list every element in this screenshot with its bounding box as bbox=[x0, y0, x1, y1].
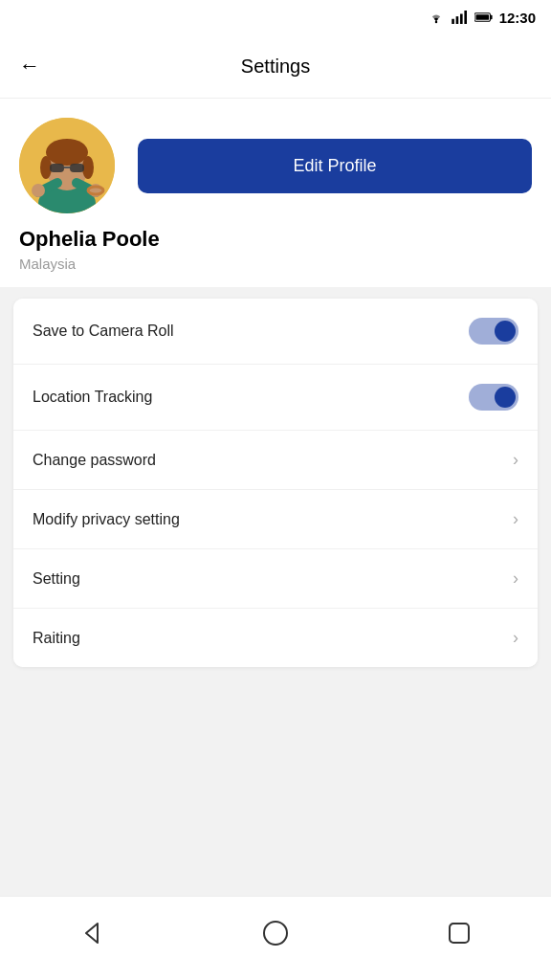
back-button[interactable]: ← bbox=[19, 50, 48, 82]
nav-home-icon bbox=[262, 920, 289, 947]
setting-row-save-camera-roll[interactable]: Save to Camera Roll bbox=[13, 299, 538, 365]
svg-rect-4 bbox=[464, 11, 467, 24]
arrow-icon-modify-privacy: › bbox=[513, 509, 518, 529]
svg-marker-23 bbox=[86, 924, 98, 943]
setting-label-raiting: Raiting bbox=[33, 630, 513, 647]
setting-label-location-tracking: Location Tracking bbox=[33, 389, 469, 406]
nav-recent-button[interactable] bbox=[427, 912, 492, 957]
setting-row-change-password[interactable]: Change password › bbox=[13, 431, 538, 490]
avatar bbox=[19, 118, 115, 213]
svg-rect-16 bbox=[70, 164, 84, 172]
svg-rect-15 bbox=[50, 164, 64, 172]
avatar-image bbox=[19, 118, 115, 213]
svg-rect-3 bbox=[460, 14, 463, 25]
status-time: 12:30 bbox=[499, 10, 536, 26]
bottom-nav bbox=[0, 896, 551, 980]
svg-point-24 bbox=[264, 922, 287, 945]
svg-rect-6 bbox=[490, 15, 492, 19]
toggle-slider-location-tracking bbox=[469, 384, 518, 411]
toggle-save-camera-roll[interactable] bbox=[469, 318, 518, 345]
svg-rect-2 bbox=[455, 16, 458, 24]
profile-section: Edit Profile Ophelia Poole Malaysia bbox=[0, 99, 551, 287]
settings-card: Save to Camera Roll Location Tracking Ch… bbox=[13, 299, 538, 667]
setting-row-raiting[interactable]: Raiting › bbox=[13, 609, 538, 667]
nav-back-button[interactable] bbox=[59, 912, 124, 957]
status-icons bbox=[427, 11, 494, 24]
svg-point-20 bbox=[32, 184, 45, 197]
status-bar: 12:30 bbox=[0, 0, 551, 34]
setting-label-change-password: Change password bbox=[33, 452, 513, 469]
svg-rect-25 bbox=[450, 924, 469, 943]
svg-point-12 bbox=[46, 139, 88, 166]
setting-label-save-camera-roll: Save to Camera Roll bbox=[33, 323, 469, 340]
nav-home-button[interactable] bbox=[243, 912, 308, 957]
toggle-location-tracking[interactable] bbox=[469, 384, 518, 411]
profile-location: Malaysia bbox=[19, 256, 532, 272]
svg-point-0 bbox=[434, 21, 437, 24]
nav-back-icon bbox=[78, 920, 105, 947]
profile-name: Ophelia Poole bbox=[19, 227, 532, 252]
toggle-slider-save-camera-roll bbox=[469, 318, 518, 345]
battery-icon bbox=[474, 11, 494, 24]
setting-label-setting: Setting bbox=[33, 570, 513, 588]
svg-rect-7 bbox=[475, 14, 489, 20]
edit-profile-button[interactable]: Edit Profile bbox=[138, 139, 532, 193]
header: ← Settings bbox=[0, 34, 551, 99]
svg-rect-1 bbox=[452, 19, 454, 24]
arrow-icon-raiting: › bbox=[513, 628, 518, 648]
setting-row-modify-privacy[interactable]: Modify privacy setting › bbox=[13, 490, 538, 549]
setting-label-modify-privacy: Modify privacy setting bbox=[33, 511, 513, 528]
wifi-icon bbox=[427, 11, 446, 24]
page-title: Settings bbox=[48, 56, 503, 78]
setting-row-location-tracking[interactable]: Location Tracking bbox=[13, 365, 538, 431]
arrow-icon-change-password: › bbox=[513, 450, 518, 470]
nav-recent-icon bbox=[446, 920, 473, 947]
profile-top: Edit Profile bbox=[19, 118, 532, 213]
setting-row-setting[interactable]: Setting › bbox=[13, 549, 538, 609]
signal-icon bbox=[451, 11, 470, 24]
arrow-icon-setting: › bbox=[513, 568, 518, 589]
